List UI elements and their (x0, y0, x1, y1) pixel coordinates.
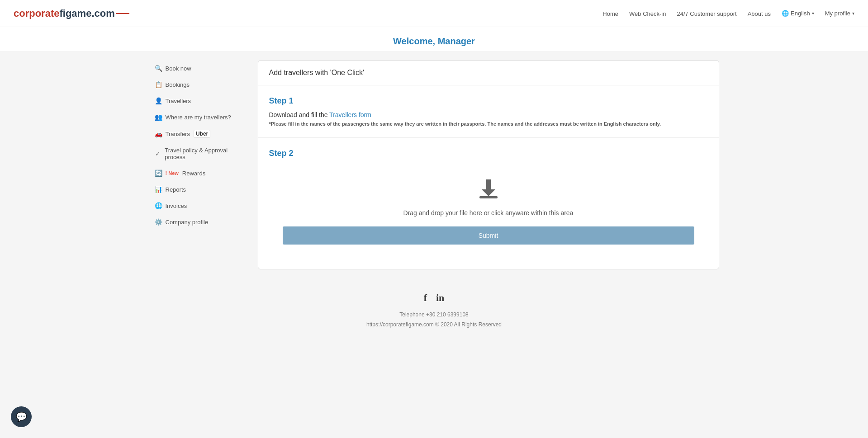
brand-logo[interactable]: corporatefigame.com (14, 8, 129, 19)
footer: f in Telephone +30 210 6399108 https://c… (0, 278, 868, 339)
nav-support-link[interactable]: 24/7 Customer support (677, 10, 736, 17)
svg-marker-1 (482, 189, 495, 196)
step2-title: Step 2 (269, 149, 708, 158)
car-icon: 🚗 (155, 130, 162, 137)
sidebar-item-bookings[interactable]: 📋 Bookings (149, 76, 249, 93)
nav-customer-support[interactable]: 24/7 Customer support (677, 10, 736, 17)
search-icon: 🔍 (155, 65, 162, 72)
gear-icon: ⚙️ (155, 218, 162, 226)
nav-home[interactable]: Home (602, 10, 618, 17)
sidebar-item-travel-policy[interactable]: ✓ Travel policy & Approval process (149, 142, 249, 165)
logo-figame: figame.com (59, 8, 114, 19)
navbar: corporatefigame.com Home Web Check-in 24… (0, 0, 868, 27)
invoice-icon: 🌐 (155, 202, 162, 209)
social-links: f in (9, 292, 859, 304)
sidebar-item-travellers[interactable]: 👤 Travellers (149, 93, 249, 109)
rewards-icon: 🔄 (155, 170, 162, 177)
sidebar-item-reports[interactable]: 📊 Reports (149, 181, 249, 198)
english-caret-icon: ▾ (812, 11, 814, 16)
sidebar-rewards-label: Rewards (182, 170, 205, 177)
sidebar: 🔍 Book now 📋 Bookings 👤 Travellers 👥 Whe… (149, 60, 249, 269)
content-area: Add travellers with 'One Click' Step 1 D… (258, 60, 719, 269)
nav-home-link[interactable]: Home (602, 10, 618, 17)
footer-phone: Telephone +30 210 6399108 (9, 310, 859, 320)
sidebar-item-invoices[interactable]: 🌐 Invoices (149, 198, 249, 214)
submit-button[interactable]: Submit (283, 226, 694, 245)
nav-about-link[interactable]: About us (748, 10, 771, 17)
step1-desc-prefix: Download and fill the (269, 111, 330, 118)
profile-caret-icon: ▾ (852, 11, 854, 16)
sidebar-transfers-label: Transfers (166, 131, 190, 137)
nav-english-label: English (791, 10, 810, 17)
nav-english-dropdown[interactable]: 🌐 English ▾ (782, 10, 814, 17)
sidebar-invoices-label: Invoices (166, 203, 187, 209)
nav-web-checkin[interactable]: Web Check-in (629, 10, 666, 17)
footer-copyright: https://corporatefigame.com © 2020 All R… (9, 320, 859, 330)
nav-about-us[interactable]: About us (748, 10, 771, 17)
nav-my-profile-dropdown[interactable]: My profile ▾ (825, 10, 854, 17)
uber-badge: Uber (194, 130, 210, 138)
travellers-form-link[interactable]: Travellers form (329, 111, 371, 118)
bookings-icon: 📋 (155, 81, 162, 88)
step1-description: Download and fill the Travellers form (269, 111, 708, 118)
sidebar-item-transfers[interactable]: 🚗 Transfers Uber (149, 125, 249, 142)
facebook-icon[interactable]: f (424, 292, 427, 304)
step1-note: *Please fill in the names of the passeng… (269, 121, 708, 127)
sidebar-item-book-now[interactable]: 🔍 Book now (149, 60, 249, 76)
nav-webcheckin-link[interactable]: Web Check-in (629, 10, 666, 17)
drop-zone-text: Drag and drop your file here or click an… (403, 209, 574, 217)
sidebar-travellers-label: Travellers (166, 98, 191, 104)
welcome-banner: Welcome, Manager (0, 27, 868, 51)
step1-title: Step 1 (269, 96, 708, 106)
download-icon (477, 177, 500, 204)
globe-icon: 🌐 (782, 10, 789, 17)
sidebar-bookings-label: Bookings (166, 81, 190, 88)
welcome-text: Welcome, Manager (0, 36, 868, 47)
sidebar-company-profile-label: Company profile (166, 219, 209, 226)
sidebar-item-company-profile[interactable]: ⚙️ Company profile (149, 214, 249, 230)
nav-list: Home Web Check-in 24/7 Customer support … (602, 10, 854, 17)
check-icon: ✓ (155, 150, 161, 157)
step2-section: Step 2 Drag and drop your file here or c… (258, 138, 719, 269)
logo-decoration (116, 13, 129, 14)
main-container: 🔍 Book now 📋 Bookings 👤 Travellers 👥 Whe… (140, 60, 728, 269)
chart-icon: 📊 (155, 186, 162, 193)
sidebar-where-travellers-label: Where are my travellers? (166, 114, 231, 121)
file-drop-zone[interactable]: Drag and drop your file here or click an… (269, 164, 708, 258)
group-icon: 👥 (155, 113, 162, 121)
svg-rect-2 (479, 196, 498, 198)
linkedin-icon[interactable]: in (436, 292, 444, 304)
traveller-icon: 👤 (155, 97, 162, 104)
sidebar-reports-label: Reports (166, 186, 186, 193)
sidebar-book-now-label: Book now (166, 65, 191, 72)
sidebar-travel-policy-label: Travel policy & Approval process (165, 147, 243, 160)
sidebar-item-where-travellers[interactable]: 👥 Where are my travellers? (149, 109, 249, 125)
sidebar-item-new-rewards[interactable]: 🔄 ! New Rewards (149, 165, 249, 181)
new-rewards-badge: ! New (166, 170, 179, 176)
nav-profile-label: My profile (825, 10, 850, 17)
step1-section: Step 1 Download and fill the Travellers … (258, 85, 719, 138)
content-header: Add travellers with 'One Click' (258, 61, 719, 85)
logo-corporate: corporate (14, 8, 59, 19)
svg-rect-0 (486, 179, 491, 189)
